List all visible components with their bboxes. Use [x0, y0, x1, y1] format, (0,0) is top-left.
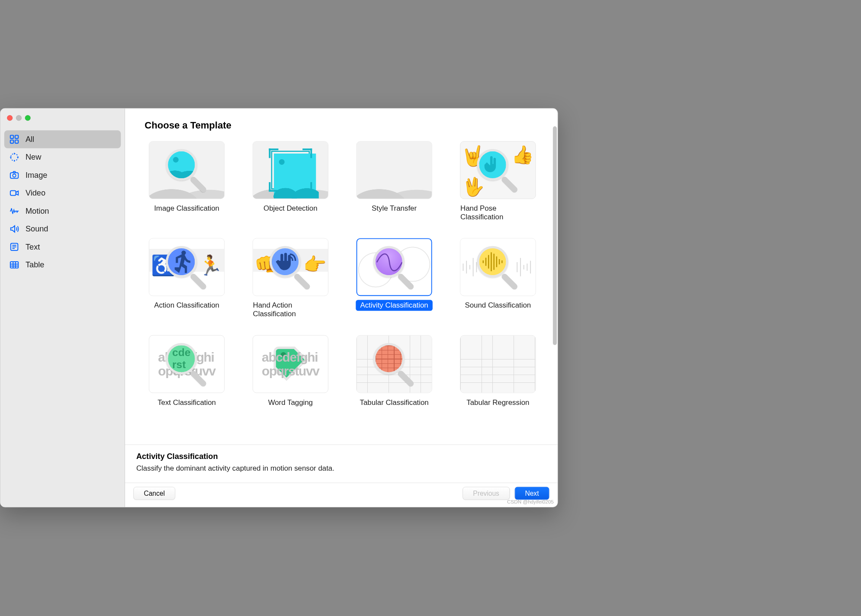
- crop-frame-icon: [270, 149, 312, 191]
- template-detail: Activity Classification Classify the dom…: [125, 445, 558, 482]
- triangle-icon: [477, 343, 519, 386]
- minimize-icon[interactable]: [16, 115, 22, 121]
- sidebar-item-video[interactable]: Video: [4, 184, 121, 202]
- magnifier-icon: [477, 246, 519, 288]
- magnifier-icon: [477, 149, 519, 191]
- template-scroll-area[interactable]: Choose a Template Image Classification: [125, 109, 558, 445]
- cancel-button[interactable]: Cancel: [133, 487, 175, 500]
- detail-title: Activity Classification: [136, 452, 546, 461]
- svg-rect-1: [15, 135, 18, 138]
- footer-buttons: Cancel Previous Next: [125, 483, 558, 507]
- template-hand-pose-classification[interactable]: 🤟 👍 🖖 Hand Pose Classification: [456, 141, 540, 222]
- template-image-classification[interactable]: Image Classification: [145, 141, 228, 222]
- svg-rect-3: [15, 140, 18, 143]
- sidebar-item-text[interactable]: Text: [4, 238, 121, 256]
- template-label: Activity Classification: [356, 300, 433, 311]
- svg-rect-16: [10, 262, 18, 268]
- sidebar-item-sound[interactable]: Sound: [4, 220, 121, 238]
- sidebar-item-label: All: [26, 135, 34, 144]
- window-controls: [0, 109, 125, 128]
- camera-icon: [9, 170, 19, 180]
- template-label: Tabular Regression: [462, 397, 534, 407]
- template-object-detection[interactable]: Object Detection: [248, 141, 332, 222]
- zoom-icon[interactable]: [25, 115, 31, 121]
- template-hand-action-classification[interactable]: 👊 👉 Hand Action Classification: [248, 238, 332, 320]
- template-thumbnail: [357, 238, 432, 296]
- magnifier-icon: [270, 246, 312, 288]
- main-panel: Choose a Template Image Classification: [125, 109, 558, 507]
- svg-point-41: [281, 352, 286, 358]
- template-word-tagging[interactable]: Word Tagging: [248, 335, 332, 408]
- svg-point-10: [13, 174, 16, 177]
- template-thumbnail: [460, 238, 536, 296]
- table-icon: [9, 260, 19, 270]
- close-icon[interactable]: [7, 115, 13, 121]
- template-thumbnail: [253, 141, 328, 199]
- sidebar-item-label: Table: [26, 260, 44, 270]
- template-label: Word Tagging: [263, 397, 317, 407]
- magnifier-icon: [166, 149, 208, 191]
- sidebar-list: All New: [0, 128, 125, 277]
- sidebar-item-label: Image: [26, 171, 47, 180]
- template-label: Hand Pose Classification: [456, 203, 540, 222]
- template-tabular-regression[interactable]: Tabular Regression: [456, 335, 540, 408]
- tag-icon: [271, 344, 310, 384]
- sidebar-item-all[interactable]: All: [4, 130, 121, 148]
- text-icon: [9, 242, 19, 252]
- magnifier-icon: [373, 343, 415, 385]
- template-label: Sound Classification: [460, 300, 535, 311]
- template-thumbnail: [460, 335, 536, 393]
- sidebar-item-label: Sound: [26, 225, 48, 234]
- template-style-transfer[interactable]: Style Transfer: [352, 141, 436, 222]
- sidebar: All New: [0, 109, 125, 507]
- sidebar-item-motion[interactable]: Motion: [4, 202, 121, 220]
- page-title: Choose a Template: [145, 120, 538, 131]
- video-icon: [9, 188, 19, 198]
- sparkle-icon: [9, 152, 19, 162]
- svg-rect-11: [10, 191, 16, 196]
- template-text-classification[interactable]: cderst Text Classification: [145, 335, 228, 408]
- grid-icon: [9, 134, 19, 144]
- sidebar-item-label: Motion: [26, 206, 49, 215]
- template-thumbnail: [357, 335, 432, 393]
- template-thumbnail: ♿ 🏃: [149, 238, 225, 296]
- template-thumbnail: cderst: [149, 335, 225, 393]
- sound-icon: [9, 224, 19, 234]
- template-activity-classification[interactable]: Activity Classification: [352, 238, 436, 320]
- magnifier-icon: [166, 246, 208, 288]
- template-thumbnail: [357, 141, 432, 199]
- template-grid: Image Classification Object Detec: [145, 141, 538, 407]
- template-sound-classification[interactable]: Sound Classification: [456, 238, 540, 320]
- next-button[interactable]: Next: [514, 487, 549, 500]
- previous-button[interactable]: Previous: [463, 487, 509, 500]
- template-label: Object Detection: [259, 203, 322, 214]
- magnifier-icon: [373, 246, 415, 288]
- template-label: Hand Action Classification: [248, 300, 332, 319]
- svg-rect-2: [10, 140, 13, 143]
- sidebar-item-image[interactable]: Image: [4, 166, 121, 184]
- template-thumbnail: 🤟 👍 🖖: [460, 141, 536, 199]
- sidebar-item-table[interactable]: Table: [4, 256, 121, 273]
- template-label: Image Classification: [150, 203, 224, 214]
- sidebar-item-label: Video: [26, 189, 45, 198]
- template-chooser-window: All New: [0, 108, 558, 507]
- template-thumbnail: 👊 👉: [253, 238, 328, 296]
- template-thumbnail: [149, 141, 225, 199]
- template-action-classification[interactable]: ♿ 🏃 Action Classification: [145, 238, 228, 320]
- footer: Activity Classification Classify the dom…: [125, 445, 558, 507]
- template-label: Tabular Classification: [355, 397, 433, 407]
- sidebar-item-label: New: [26, 153, 41, 162]
- magnifier-icon: cderst: [166, 343, 208, 385]
- template-label: Action Classification: [150, 300, 224, 311]
- template-thumbnail: [253, 335, 328, 393]
- scrollbar-thumb[interactable]: [553, 126, 557, 345]
- template-tabular-classification[interactable]: Tabular Classification: [352, 335, 436, 408]
- drop-icon: [375, 147, 414, 193]
- sidebar-item-new[interactable]: New: [4, 148, 121, 166]
- motion-icon: [9, 206, 19, 216]
- template-label: Style Transfer: [367, 203, 421, 214]
- svg-rect-0: [10, 135, 13, 138]
- svg-point-4: [11, 154, 18, 161]
- template-label: Text Classification: [153, 397, 221, 407]
- sidebar-item-label: Text: [26, 242, 40, 251]
